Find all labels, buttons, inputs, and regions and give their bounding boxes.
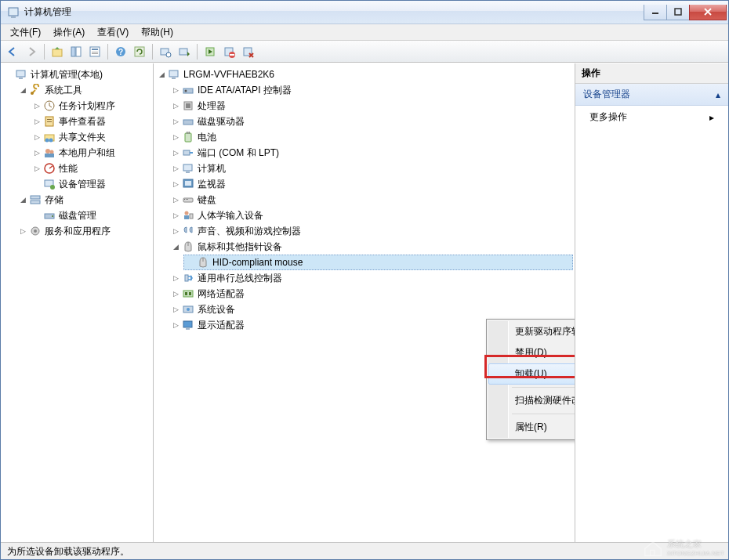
tree-task-scheduler[interactable]: ▷任务计划程序 bbox=[31, 98, 151, 114]
ctx-disable[interactable]: 禁用(D) bbox=[488, 342, 575, 363]
svg-rect-16 bbox=[180, 49, 187, 55]
category-icon bbox=[182, 272, 194, 284]
device-root[interactable]: ◢ LRGM-VVFHAEB2K6 bbox=[155, 67, 573, 82]
device-category[interactable]: ▷ 监视器 bbox=[169, 176, 573, 192]
category-icon bbox=[182, 115, 194, 128]
window: 计算机管理 文件(F) 操作(A) 查看(V) 帮助(H) ? bbox=[0, 0, 729, 560]
device-category[interactable]: ▷ 网络适配器 bbox=[169, 286, 573, 302]
svg-rect-61 bbox=[186, 199, 187, 200]
svg-point-63 bbox=[185, 211, 189, 215]
svg-rect-13 bbox=[135, 47, 144, 56]
collapse-icon[interactable]: ▴ bbox=[716, 89, 720, 100]
category-icon bbox=[182, 178, 194, 190]
svg-rect-73 bbox=[186, 328, 190, 330]
tree-storage[interactable]: ◢ 存储 bbox=[16, 192, 151, 208]
device-mgr-icon bbox=[43, 178, 56, 190]
event-icon bbox=[43, 115, 56, 128]
device-category[interactable]: ▷ IDE ATA/ATAPI 控制器 bbox=[169, 82, 573, 98]
svg-rect-1 bbox=[11, 16, 16, 18]
refresh-button[interactable] bbox=[131, 43, 148, 60]
svg-rect-45 bbox=[172, 78, 176, 79]
menu-view[interactable]: 查看(V) bbox=[91, 24, 135, 41]
update-driver-button[interactable] bbox=[176, 43, 193, 60]
device-category[interactable]: ▷ 键盘 bbox=[169, 192, 573, 208]
device-tree[interactable]: ◢ LRGM-VVFHAEB2K6 ▷ IDE ATA/ATAPI 控制器 ▷ … bbox=[154, 63, 575, 542]
device-category[interactable]: ◢ 鼠标和其他指针设备 bbox=[169, 239, 573, 255]
svg-rect-58 bbox=[185, 181, 191, 186]
svg-text:?: ? bbox=[118, 48, 123, 56]
svg-point-15 bbox=[166, 52, 171, 57]
back-button[interactable] bbox=[4, 43, 21, 60]
menu-file[interactable]: 文件(F) bbox=[4, 24, 47, 41]
tree-local-users[interactable]: ▷本地用户和组 bbox=[31, 145, 151, 161]
svg-rect-50 bbox=[183, 120, 193, 125]
properties-button[interactable] bbox=[86, 43, 103, 60]
window-title: 计算机管理 bbox=[24, 5, 644, 19]
device-category[interactable]: ▷ 系统设备 bbox=[169, 302, 573, 317]
device-item-selected[interactable]: HID-compliant mouse bbox=[183, 255, 573, 270]
tree-shared-folders[interactable]: ▷共享文件夹 bbox=[31, 129, 151, 145]
device-category[interactable]: ▷ 磁盘驱动器 bbox=[169, 114, 573, 129]
titlebar[interactable]: 计算机管理 bbox=[1, 1, 728, 24]
svg-point-30 bbox=[45, 139, 49, 143]
close-button[interactable] bbox=[689, 5, 727, 20]
svg-rect-55 bbox=[183, 164, 192, 171]
svg-rect-72 bbox=[183, 321, 192, 327]
disk-icon bbox=[43, 209, 56, 222]
tree-performance[interactable]: ▷性能 bbox=[31, 161, 151, 176]
ctx-properties[interactable]: 属性(R) bbox=[488, 417, 575, 438]
svg-rect-38 bbox=[31, 196, 40, 199]
console-tree[interactable]: 计算机管理(本地) ◢ 系统工具 ▷任务计划程序 ▷事件查看器 bbox=[1, 63, 154, 542]
menu-action[interactable]: 操作(A) bbox=[47, 24, 91, 41]
maximize-button[interactable] bbox=[666, 5, 690, 20]
menu-help[interactable]: 帮助(H) bbox=[135, 24, 180, 41]
device-category[interactable]: ▷ 人体学输入设备 bbox=[169, 208, 573, 223]
submenu-arrow-icon: ▸ bbox=[709, 112, 714, 123]
minimize-button[interactable] bbox=[644, 5, 667, 20]
device-category[interactable]: ▷ 处理器 bbox=[169, 98, 573, 114]
actions-section[interactable]: 设备管理器 ▴ bbox=[575, 84, 728, 106]
svg-rect-53 bbox=[189, 132, 190, 134]
device-category[interactable]: ▷ 电池 bbox=[169, 129, 573, 145]
up-button[interactable] bbox=[49, 43, 66, 60]
ctx-update-driver[interactable]: 更新驱动程序软件(P)... bbox=[488, 321, 575, 342]
disable-device-button[interactable] bbox=[220, 43, 238, 60]
device-category[interactable]: ▷ 端口 (COM 和 LPT) bbox=[169, 145, 573, 161]
tree-system-tools[interactable]: ◢ 系统工具 bbox=[16, 82, 151, 98]
tree-services[interactable]: ▷ 服务和应用程序 bbox=[16, 223, 151, 239]
show-hide-tree-button[interactable] bbox=[67, 43, 85, 60]
forward-button[interactable] bbox=[23, 43, 40, 60]
category-icon bbox=[182, 84, 194, 96]
tree-disk-mgmt[interactable]: 磁盘管理 bbox=[31, 208, 151, 223]
tree-event-viewer[interactable]: ▷事件查看器 bbox=[31, 114, 151, 129]
svg-rect-2 bbox=[652, 13, 658, 14]
tree-root[interactable]: 计算机管理(本地) bbox=[2, 67, 151, 82]
device-category[interactable]: ▷ 声音、视频和游戏控制器 bbox=[169, 223, 573, 239]
ctx-scan[interactable]: 扫描检测硬件改动(A) bbox=[488, 390, 575, 411]
svg-rect-68 bbox=[185, 292, 187, 295]
uninstall-device-button[interactable] bbox=[239, 43, 256, 60]
device-category[interactable]: ▷ 计算机 bbox=[169, 161, 573, 176]
category-icon bbox=[182, 146, 194, 159]
expander-icon[interactable]: ◢ bbox=[18, 85, 27, 95]
context-menu: 更新驱动程序软件(P)... 禁用(D) 卸载(U) 扫描检测硬件改动(A) 属… bbox=[486, 319, 575, 440]
scan-hardware-button[interactable] bbox=[157, 43, 174, 60]
app-icon bbox=[7, 6, 20, 19]
actions-more[interactable]: 更多操作 ▸ bbox=[575, 106, 728, 128]
svg-rect-10 bbox=[92, 53, 98, 54]
ctx-uninstall[interactable]: 卸载(U) bbox=[488, 363, 575, 385]
enable-device-button[interactable] bbox=[201, 43, 219, 60]
svg-rect-51 bbox=[185, 133, 191, 142]
category-icon bbox=[182, 193, 194, 206]
svg-rect-52 bbox=[187, 132, 188, 134]
category-icon bbox=[182, 162, 194, 175]
tree-device-manager[interactable]: 设备管理器 bbox=[31, 176, 151, 192]
svg-rect-8 bbox=[92, 49, 98, 50]
device-category[interactable]: ▷ 通用串行总线控制器 bbox=[169, 270, 573, 286]
actions-header: 操作 bbox=[575, 63, 728, 84]
svg-rect-66 bbox=[185, 275, 188, 281]
svg-rect-34 bbox=[45, 154, 54, 157]
help-button[interactable]: ? bbox=[112, 43, 129, 60]
svg-rect-62 bbox=[187, 199, 188, 200]
svg-rect-69 bbox=[189, 292, 191, 295]
